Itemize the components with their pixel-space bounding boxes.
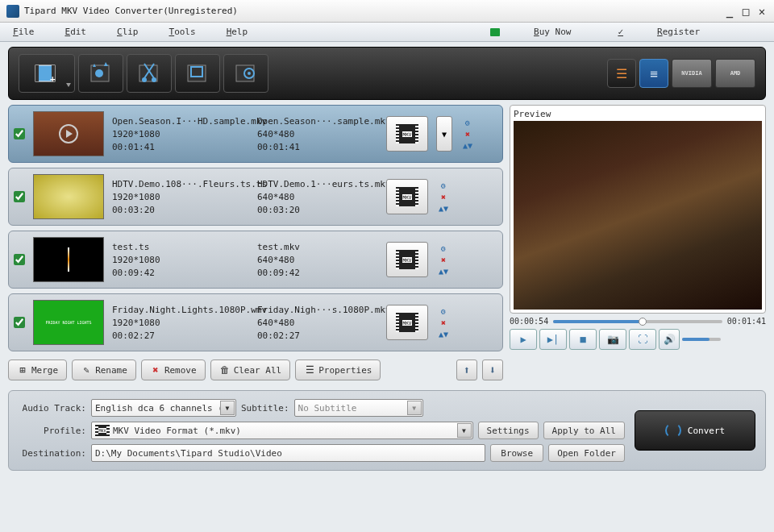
- item-delete-icon[interactable]: ✖: [462, 129, 473, 139]
- preview-label: Preview: [514, 109, 762, 119]
- menubar: File Edit Clip Tools Help Buy Now ✓Regis…: [0, 23, 774, 42]
- cart-icon: [490, 28, 500, 36]
- audio-track-select[interactable]: English dca 6 channels (0▼: [91, 399, 236, 417]
- properties-button[interactable]: ☰Properties: [295, 360, 381, 380]
- src-duration: 00:02:27: [112, 330, 249, 341]
- file-row[interactable]: HDTV.Demo.108···.Fleurs.ts.ts1920*108000…: [8, 168, 503, 226]
- convert-button[interactable]: Convert: [635, 410, 755, 451]
- remove-button[interactable]: ✖Remove: [141, 360, 206, 380]
- settings-button[interactable]: Settings: [478, 422, 539, 439]
- thumbnail[interactable]: [33, 237, 104, 282]
- apply-all-button[interactable]: Apply to All: [543, 422, 625, 439]
- view-detail-button[interactable]: ≡: [639, 59, 668, 88]
- item-settings-icon[interactable]: ⚙: [438, 306, 449, 317]
- item-reorder-icon[interactable]: ▲▼: [438, 203, 449, 214]
- time-current: 00:00:54: [510, 317, 548, 326]
- svg-point-5: [95, 69, 103, 77]
- thumbnail[interactable]: [33, 174, 104, 219]
- menu-help[interactable]: Help: [227, 27, 248, 37]
- preview-screen[interactable]: [514, 121, 762, 310]
- merge-button[interactable]: ⊞Merge: [8, 360, 67, 380]
- src-filename: HDTV.Demo.108···.Fleurs.ts.ts: [112, 179, 249, 189]
- item-delete-icon[interactable]: ✖: [438, 318, 449, 328]
- svg-point-7: [142, 77, 147, 82]
- out-duration: 00:03:20: [257, 205, 378, 215]
- clear-all-button[interactable]: 🗑Clear All: [210, 360, 291, 380]
- add-file-button[interactable]: +: [19, 54, 75, 93]
- format-button[interactable]: MKV: [386, 305, 428, 340]
- item-settings-icon[interactable]: ⚙: [462, 118, 473, 128]
- volume-button[interactable]: 🔊: [659, 329, 680, 350]
- window-title: Tipard MKV Video Converter(Unregistered): [24, 6, 719, 16]
- thumbnail[interactable]: FRIDAY NIGHT LIGHTS: [33, 300, 104, 345]
- properties-icon: ☰: [304, 364, 315, 376]
- item-settings-icon[interactable]: ⚙: [438, 243, 449, 254]
- file-checkbox[interactable]: [14, 128, 25, 139]
- file-row[interactable]: Open.Season.I···HD.sample.mkv1920*108000…: [8, 105, 503, 163]
- fullscreen-button[interactable]: ⛶: [629, 329, 656, 350]
- close-button[interactable]: ✕: [756, 6, 768, 17]
- trim-button[interactable]: [127, 54, 172, 93]
- film-icon: MKV: [95, 425, 110, 436]
- svg-text:+: +: [50, 73, 56, 84]
- thumbnail[interactable]: [33, 111, 104, 156]
- rename-button[interactable]: ✎Rename: [72, 360, 136, 380]
- item-delete-icon[interactable]: ✖: [438, 192, 449, 202]
- profile-select[interactable]: MKVMKV Video Format (*.mkv)▼: [91, 422, 473, 439]
- out-duration: 00:02:27: [257, 330, 378, 341]
- open-folder-button[interactable]: Open Folder: [548, 444, 625, 462]
- effects-button[interactable]: [78, 54, 123, 93]
- step-button[interactable]: ▶|: [539, 329, 567, 350]
- item-reorder-icon[interactable]: ▲▼: [462, 140, 473, 151]
- play-button[interactable]: ▶: [510, 329, 537, 350]
- item-settings-icon[interactable]: ⚙: [438, 181, 449, 191]
- file-checkbox[interactable]: [14, 317, 25, 328]
- nvidia-badge[interactable]: NVIDIA: [672, 59, 712, 88]
- file-checkbox[interactable]: [14, 191, 25, 202]
- buy-now-button[interactable]: Buy Now: [490, 27, 601, 37]
- snapshot-button[interactable]: 📷: [599, 329, 626, 350]
- out-filename: test.mkv: [257, 242, 378, 252]
- menu-tools[interactable]: Tools: [169, 27, 196, 37]
- out-resolution: 640*480: [257, 192, 378, 202]
- volume-slider[interactable]: [682, 338, 721, 341]
- menu-clip[interactable]: Clip: [117, 27, 139, 37]
- stop-button[interactable]: ■: [569, 329, 597, 350]
- subtitle-select[interactable]: No Subtitle▼: [294, 399, 423, 417]
- destination-label: Destination:: [19, 448, 86, 459]
- file-row[interactable]: FRIDAY NIGHT LIGHTS Friday.Night.Lights.…: [8, 293, 503, 351]
- item-delete-icon[interactable]: ✖: [438, 255, 449, 265]
- move-up-button[interactable]: ⬆: [456, 360, 477, 380]
- crop-button[interactable]: [175, 54, 220, 93]
- file-checkbox[interactable]: [14, 254, 25, 265]
- menu-edit[interactable]: Edit: [65, 27, 87, 37]
- amd-badge[interactable]: AMD: [715, 59, 755, 88]
- format-button[interactable]: MKV: [386, 242, 428, 277]
- src-resolution: 1920*1080: [112, 192, 249, 202]
- file-row[interactable]: test.ts1920*108000:09:42 test.mkv640*480…: [8, 231, 503, 289]
- src-resolution: 1920*1080: [112, 318, 249, 328]
- register-button[interactable]: ✓Register: [618, 27, 730, 37]
- format-button[interactable]: MKV: [386, 179, 428, 214]
- out-duration: 00:01:41: [257, 142, 378, 152]
- settings-button[interactable]: [223, 54, 268, 93]
- seek-slider[interactable]: [553, 320, 722, 323]
- maximize-button[interactable]: □: [740, 6, 751, 17]
- src-resolution: 1920*1080: [112, 255, 249, 265]
- view-list-button[interactable]: ☰: [607, 59, 636, 88]
- out-resolution: 640*480: [257, 318, 378, 328]
- format-dropdown[interactable]: ▼: [436, 116, 452, 152]
- minimize-button[interactable]: _: [724, 6, 735, 17]
- format-button[interactable]: MKV: [386, 116, 428, 152]
- dropdown-icon: ▼: [407, 401, 422, 415]
- item-reorder-icon[interactable]: ▲▼: [438, 266, 449, 276]
- destination-input[interactable]: D:\My Documents\Tipard Studio\Video: [91, 444, 485, 462]
- convert-icon: [665, 422, 681, 438]
- menu-file[interactable]: File: [13, 27, 35, 37]
- film-icon: MKV: [396, 313, 418, 332]
- move-down-button[interactable]: ⬇: [482, 360, 503, 380]
- check-icon: ✓: [618, 27, 623, 37]
- item-reorder-icon[interactable]: ▲▼: [438, 329, 449, 339]
- browse-button[interactable]: Browse: [490, 444, 543, 462]
- out-resolution: 640*480: [257, 129, 378, 139]
